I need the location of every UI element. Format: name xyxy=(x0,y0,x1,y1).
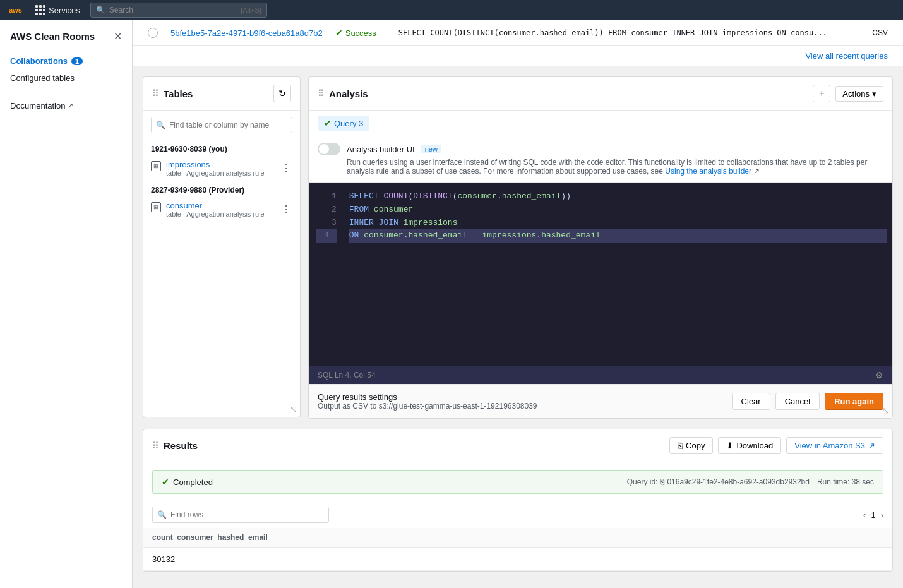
builder-badge: new xyxy=(421,145,441,153)
table-name-consumer[interactable]: consumer xyxy=(166,201,265,210)
actions-button[interactable]: Actions ▾ xyxy=(835,86,883,102)
code-editor[interactable]: 1 2 3 4 SELECT COUNT(DISTINCT(consumer.h… xyxy=(309,183,892,366)
completed-label: Completed xyxy=(173,477,213,487)
code-content: SELECT COUNT(DISTINCT(consumer.hashed_em… xyxy=(344,190,892,243)
account-label-you: 1921-9630-8039 (you) xyxy=(151,140,292,156)
prev-page-button[interactable]: ‹ xyxy=(863,510,866,520)
query-tab-label: Query 3 xyxy=(334,119,363,128)
builder-description: Run queries using a user interface inste… xyxy=(318,158,883,176)
aws-logo: aws xyxy=(8,4,25,16)
results-search-row: 🔍 ‹ 1 › xyxy=(143,501,892,528)
table-meta-impressions: table | Aggregation analysis rule xyxy=(166,169,265,177)
view-in-s3-button[interactable]: View in Amazon S3 ↗ xyxy=(786,437,883,454)
query-id-value: 016a9c29-1fe2-4e8b-a692-a093db2932bd xyxy=(667,477,810,486)
add-query-button[interactable]: + xyxy=(813,85,830,102)
table-item-consumer: ⊞ consumer table | Aggregation analysis … xyxy=(151,197,292,222)
table-more-menu-consumer[interactable]: ⋮ xyxy=(280,202,292,217)
svg-text:aws: aws xyxy=(9,6,22,14)
builder-title: Analysis builder UI xyxy=(347,145,415,154)
tables-panel: ⠿ Tables ↻ 🔍 1921-9630-8039 (you) ⊞ xyxy=(143,76,301,417)
external-link-icon: ↗ xyxy=(68,102,73,110)
sidebar-item-configured-tables[interactable]: Configured tables xyxy=(0,69,132,87)
table-icon-impressions: ⊞ xyxy=(151,161,161,171)
editor-footer: SQL Ln 4, Col 54 ⚙ xyxy=(309,366,892,384)
results-title: Results xyxy=(164,440,198,451)
builder-toggle[interactable] xyxy=(318,143,340,155)
collaborations-badge: 1 xyxy=(71,57,83,65)
search-shortcut: [Alt+S] xyxy=(241,6,261,14)
sidebar-item-collaborations[interactable]: Collaborations 1 xyxy=(0,52,132,69)
cancel-button[interactable]: Cancel xyxy=(775,393,820,410)
query-settings-title: Query results settings xyxy=(318,392,537,402)
builder-link[interactable]: Using the analysis builder xyxy=(665,167,751,176)
account-group-provider: 2827-9349-9880 (Provider) ⊞ consumer tab… xyxy=(143,181,300,222)
line-numbers: 1 2 3 4 xyxy=(309,190,344,243)
results-search-icon: 🔍 xyxy=(157,510,167,519)
query-settings: Query results settings Output as CSV to … xyxy=(309,384,892,418)
results-search-input[interactable] xyxy=(152,507,329,523)
content-area: 5bfe1be5-7a2e-4971-b9f6-ceba61a8d7b2 ✔ S… xyxy=(133,20,903,588)
view-all-queries-link[interactable]: View all recent queries xyxy=(805,51,888,61)
actions-label: Actions xyxy=(842,89,870,99)
query-radio[interactable] xyxy=(148,28,158,38)
query-status-label: Success xyxy=(345,28,376,38)
drag-handle-analysis-icon: ⠿ xyxy=(318,88,324,99)
configured-tables-label: Configured tables xyxy=(10,73,75,83)
services-nav[interactable]: Services xyxy=(35,5,80,15)
account-group-you: 1921-9630-8039 (you) ⊞ impressions table… xyxy=(143,140,300,181)
query-history-row: 5bfe1be5-7a2e-4971-b9f6-ceba61a8d7b2 ✔ S… xyxy=(133,20,903,46)
query-id-link[interactable]: 5bfe1be5-7a2e-4971-b9f6-ceba61a8d7b2 xyxy=(170,28,323,38)
refresh-button[interactable]: ↻ xyxy=(273,85,291,102)
table-item-impressions: ⊞ impressions table | Aggregation analys… xyxy=(151,156,292,181)
query-tabs: ✔ Query 3 xyxy=(309,111,892,136)
query-format: CSV xyxy=(872,28,888,37)
tables-panel-title: Tables xyxy=(164,88,193,99)
account-label-provider: 2827-9349-9880 (Provider) xyxy=(151,181,292,197)
success-icon: ✔ xyxy=(335,28,343,38)
sidebar: AWS Clean Rooms ✕ Collaborations 1 Confi… xyxy=(0,20,133,588)
resize-handle-icon: ⤡ xyxy=(290,404,297,414)
tab-success-icon: ✔ xyxy=(324,118,332,128)
close-icon[interactable]: ✕ xyxy=(114,30,122,42)
table-name-impressions[interactable]: impressions xyxy=(166,160,265,169)
copy-icon: ⎘ xyxy=(678,441,683,450)
download-button[interactable]: ⬇ Download xyxy=(718,437,781,454)
next-page-button[interactable]: › xyxy=(881,510,883,520)
editor-settings-icon[interactable]: ⚙ xyxy=(875,370,883,380)
run-time: Run time: 38 sec xyxy=(817,477,874,486)
download-icon: ⬇ xyxy=(726,441,733,450)
analysis-panel: ⠿ Analysis + Actions ▾ ✔ Q xyxy=(308,76,893,419)
table-more-menu-impressions[interactable]: ⋮ xyxy=(280,161,292,176)
query-id-label: Query id: xyxy=(627,477,658,486)
completed-success-icon: ✔ xyxy=(162,477,169,487)
chevron-down-icon: ▾ xyxy=(872,89,876,99)
results-table: count_consumer_hashed_email 30132 xyxy=(143,528,892,571)
panels-row: ⠿ Tables ↻ 🔍 1921-9630-8039 (you) ⊞ xyxy=(143,76,893,419)
clear-button[interactable]: Clear xyxy=(732,393,770,410)
analysis-panel-title: Analysis xyxy=(329,88,368,99)
copy-button[interactable]: ⎘ Copy xyxy=(669,437,713,454)
documentation-label: Documentation xyxy=(10,101,65,111)
external-builder-icon: ↗ xyxy=(753,167,760,176)
copy-icon-sm[interactable]: ⎘ xyxy=(660,477,664,486)
collaborations-label: Collaborations xyxy=(10,56,68,66)
run-again-button[interactable]: Run again xyxy=(825,393,883,410)
global-search[interactable]: 🔍 Search [Alt+S] xyxy=(90,3,267,18)
table-search-input[interactable] xyxy=(151,117,292,133)
query-tab-3[interactable]: ✔ Query 3 xyxy=(318,116,369,131)
search-icon: 🔍 xyxy=(96,6,105,15)
query-settings-desc: Output as CSV to s3://glue-test-gamma-us… xyxy=(318,402,537,411)
page-current: 1 xyxy=(871,510,875,520)
editor-status: SQL Ln 4, Col 54 xyxy=(318,371,376,380)
documentation-link[interactable]: Documentation ↗ xyxy=(0,97,132,114)
table-meta-consumer: table | Aggregation analysis rule xyxy=(166,210,265,218)
search-placeholder: Search xyxy=(109,6,133,15)
table-search-icon: 🔍 xyxy=(156,121,165,129)
query-sql: SELECT COUNT(DISTINCT(consumer.hashed_em… xyxy=(398,28,860,37)
top-nav: aws Services 🔍 Search [Alt+S] xyxy=(0,0,903,20)
services-label: Services xyxy=(49,6,80,15)
drag-handle-results-icon: ⠿ xyxy=(152,441,158,451)
analysis-builder: Analysis builder UI new Run queries usin… xyxy=(309,136,892,183)
query-status: ✔ Success xyxy=(335,28,386,38)
table-icon-consumer: ⊞ xyxy=(151,202,161,212)
